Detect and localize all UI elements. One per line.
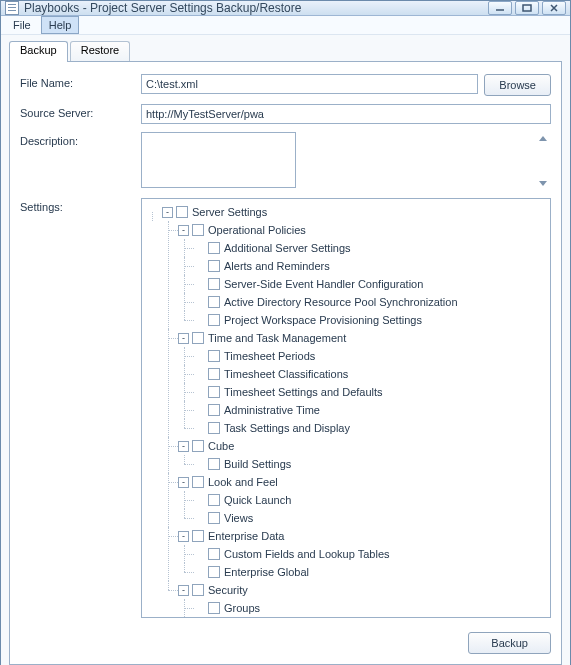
checkbox[interactable] <box>208 242 220 254</box>
tree-node[interactable]: -Look and Feel <box>178 473 546 491</box>
client-area: Backup Restore File Name: Browse Source … <box>1 35 570 665</box>
settings-label: Settings: <box>20 198 135 618</box>
checkbox[interactable] <box>208 386 220 398</box>
tree-node-label: Project Workspace Provisioning Settings <box>224 314 422 326</box>
tree-node-label: Security <box>208 584 248 596</box>
minimize-button[interactable] <box>488 1 512 15</box>
menubar: File Help <box>1 16 570 35</box>
tree-node[interactable]: Timesheet Periods <box>194 347 546 365</box>
tree-node[interactable]: -Operational Policies <box>178 221 546 239</box>
tree-node[interactable]: Quick Launch <box>194 491 546 509</box>
checkbox[interactable] <box>208 548 220 560</box>
collapse-icon[interactable]: - <box>178 225 189 236</box>
checkbox[interactable] <box>208 350 220 362</box>
app-window: Playbooks - Project Server Settings Back… <box>0 0 571 665</box>
tree-node[interactable]: Custom Fields and Lookup Tables <box>194 545 546 563</box>
titlebar[interactable]: Playbooks - Project Server Settings Back… <box>1 1 570 16</box>
tree-node-label: Timesheet Classifications <box>224 368 348 380</box>
checkbox[interactable] <box>176 206 188 218</box>
tree-node[interactable]: Views <box>194 509 546 527</box>
checkbox[interactable] <box>208 296 220 308</box>
filename-label: File Name: <box>20 74 135 89</box>
checkbox[interactable] <box>192 332 204 344</box>
menu-help[interactable]: Help <box>41 16 80 34</box>
tree-node-label: Views <box>224 512 253 524</box>
tab-backup[interactable]: Backup <box>9 41 68 61</box>
checkbox[interactable] <box>208 404 220 416</box>
tree-node-label: Cube <box>208 440 234 452</box>
checkbox[interactable] <box>192 440 204 452</box>
tree-node[interactable]: Timesheet Settings and Defaults <box>194 383 546 401</box>
tree-node-label: Timesheet Settings and Defaults <box>224 386 383 398</box>
checkbox[interactable] <box>192 224 204 236</box>
tab-panel-backup: File Name: Browse Source Server: Descrip… <box>9 61 562 665</box>
checkbox[interactable] <box>208 512 220 524</box>
tree-node-label: Administrative Time <box>224 404 320 416</box>
checkbox[interactable] <box>208 314 220 326</box>
tree-node[interactable]: Categories <box>194 617 546 618</box>
settings-tree[interactable]: -Server Settings-Operational PoliciesAdd… <box>141 198 551 618</box>
tab-strip: Backup Restore <box>9 41 562 61</box>
tree-node-label: Server Settings <box>192 206 267 218</box>
checkbox[interactable] <box>192 584 204 596</box>
window-title: Playbooks - Project Server Settings Back… <box>24 1 488 15</box>
tree-node[interactable]: Timesheet Classifications <box>194 365 546 383</box>
checkbox[interactable] <box>208 458 220 470</box>
tree-node[interactable]: -Enterprise Data <box>178 527 546 545</box>
menu-file[interactable]: File <box>5 16 39 34</box>
close-button[interactable] <box>542 1 566 15</box>
tree-node[interactable]: Additional Server Settings <box>194 239 546 257</box>
checkbox[interactable] <box>208 494 220 506</box>
collapse-icon[interactable]: - <box>178 333 189 344</box>
tree-node[interactable]: -Security <box>178 581 546 599</box>
tree-node-label: Enterprise Data <box>208 530 284 542</box>
tree-node[interactable]: Server-Side Event Handler Configuration <box>194 275 546 293</box>
checkbox[interactable] <box>192 476 204 488</box>
tree-node-label: Task Settings and Display <box>224 422 350 434</box>
checkbox[interactable] <box>208 368 220 380</box>
checkbox[interactable] <box>208 566 220 578</box>
backup-button[interactable]: Backup <box>468 632 551 654</box>
tab-restore[interactable]: Restore <box>70 41 131 61</box>
tree-node-label: Alerts and Reminders <box>224 260 330 272</box>
tree-node[interactable]: Task Settings and Display <box>194 419 546 437</box>
tree-node-label: Custom Fields and Lookup Tables <box>224 548 390 560</box>
tree-node[interactable]: Active Directory Resource Pool Synchroni… <box>194 293 546 311</box>
filename-input[interactable] <box>141 74 478 94</box>
tree-node-label: Quick Launch <box>224 494 291 506</box>
checkbox[interactable] <box>208 278 220 290</box>
tree-node-label: Time and Task Management <box>208 332 346 344</box>
collapse-icon[interactable]: - <box>178 441 189 452</box>
tree-node[interactable]: Groups <box>194 599 546 617</box>
tree-node[interactable]: Alerts and Reminders <box>194 257 546 275</box>
tree-node[interactable]: -Time and Task Management <box>178 329 546 347</box>
tree-node[interactable]: -Cube <box>178 437 546 455</box>
checkbox[interactable] <box>208 602 220 614</box>
tree-node[interactable]: Enterprise Global <box>194 563 546 581</box>
tree-node-label: Groups <box>224 602 260 614</box>
tree-node[interactable]: Administrative Time <box>194 401 546 419</box>
tree-node[interactable]: -Server Settings <box>162 203 546 221</box>
collapse-icon[interactable]: - <box>178 531 189 542</box>
collapse-icon[interactable]: - <box>162 207 173 218</box>
tree-node-label: Look and Feel <box>208 476 278 488</box>
scroll-up-icon[interactable] <box>539 136 547 141</box>
description-input[interactable] <box>141 132 296 188</box>
scroll-down-icon[interactable] <box>539 181 547 186</box>
checkbox[interactable] <box>192 530 204 542</box>
collapse-icon[interactable]: - <box>178 477 189 488</box>
collapse-icon[interactable]: - <box>178 585 189 596</box>
app-icon <box>5 1 19 15</box>
tree-node-label: Active Directory Resource Pool Synchroni… <box>224 296 458 308</box>
svg-rect-0 <box>523 5 531 11</box>
browse-button[interactable]: Browse <box>484 74 551 96</box>
tree-node-label: Timesheet Periods <box>224 350 315 362</box>
checkbox[interactable] <box>208 260 220 272</box>
tree-node[interactable]: Build Settings <box>194 455 546 473</box>
tree-node[interactable]: Project Workspace Provisioning Settings <box>194 311 546 329</box>
source-server-input[interactable] <box>141 104 551 124</box>
checkbox[interactable] <box>208 422 220 434</box>
description-label: Description: <box>20 132 135 147</box>
maximize-button[interactable] <box>515 1 539 15</box>
tree-node-label: Enterprise Global <box>224 566 309 578</box>
